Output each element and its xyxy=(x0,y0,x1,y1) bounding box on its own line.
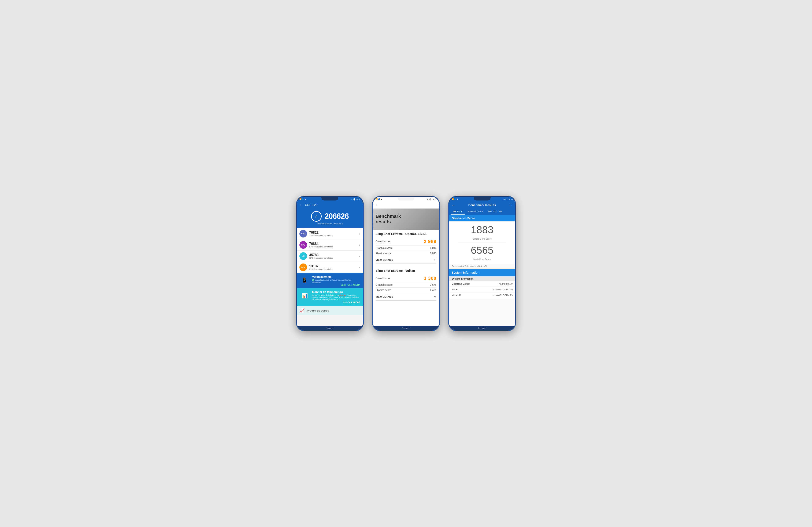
sysinfo-os-val: Android 8.1.0 xyxy=(499,282,512,285)
sysinfo-os-key: Operating System xyxy=(452,282,470,285)
status-bar-1: 📶 🔵 ★ 57% ▌ 11:18 xyxy=(297,197,363,201)
status-right-2: 81% ▌ 14:32 xyxy=(427,199,436,200)
multi-core-score: 6565 xyxy=(471,245,494,255)
ux-value: 45783 xyxy=(309,253,356,257)
graphics-vulkan-value: 3 675 xyxy=(430,283,436,286)
temp-link[interactable]: BUSCAR AHORA xyxy=(312,301,360,304)
single-core-score: 1883 xyxy=(471,225,494,235)
status-left-1: 📶 🔵 ★ xyxy=(300,199,306,200)
verify-icon: 📱 xyxy=(300,275,310,286)
multi-core-label: Multi-Core Score xyxy=(474,258,491,261)
view-details-vulkan-label: VIEW DETAILS xyxy=(376,295,393,298)
badge-mem: MEM xyxy=(300,263,307,271)
phone3-header: ← Benchmark Results ⋮ xyxy=(449,201,515,209)
score-circle: ✓ xyxy=(311,211,322,222)
phone1-title: COR-L29 xyxy=(305,203,317,207)
physics-opengl-value: 2 810 xyxy=(430,252,436,255)
metrics-list: CPU 70822 72% de usuarios derrotados ∨ G… xyxy=(297,228,363,326)
menu-button-3[interactable]: ⋮ xyxy=(509,203,512,207)
metric-ux[interactable]: UX 45783 69% de usuarios derrotados ∨ xyxy=(297,251,363,262)
gpu-chevron: ∨ xyxy=(359,244,360,246)
back-button-3[interactable]: ← xyxy=(452,203,455,207)
test-vulkan: Sling Shot Extreme - Vulkan Overall scor… xyxy=(373,266,439,303)
overall-vulkan-row: Overall score 3 300 xyxy=(376,275,436,282)
gpu-value: 76884 xyxy=(309,242,356,246)
sysinfo-modelid-key: Model ID xyxy=(452,294,461,296)
sysinfo-model-key: Model xyxy=(452,288,458,291)
sysinfo-subheader: System Information xyxy=(449,276,515,281)
share-icon-2[interactable]: ⤶ xyxy=(434,295,437,298)
stress-title: Prueba de estrés xyxy=(307,309,329,312)
overall-vulkan-label: Overall score xyxy=(376,277,391,280)
single-core-label: Single-Core Score xyxy=(473,237,492,240)
ux-chevron: ∨ xyxy=(359,254,360,258)
honor-brand-3: honor xyxy=(449,326,515,330)
phone2-header: ← xyxy=(373,201,439,208)
overall-opengl-row: Overall score 2 989 xyxy=(376,238,436,246)
metric-gpu[interactable]: GPU 76884 67% de usuarios derrotados ∨ xyxy=(297,239,363,251)
score-circle-row: ✓ 206626 xyxy=(311,211,349,222)
view-details-opengl-label: VIEW DETAILS xyxy=(376,259,393,261)
phone-3: 📶 🔵 ★ 79% ▌ 14:40 ← Benchmark Results ⋮ … xyxy=(448,196,516,331)
sysinfo-model: Model HUAWEI COR-L29 xyxy=(449,287,515,292)
gpu-info: 76884 67% de usuarios derrotados xyxy=(309,242,356,248)
tab-single-core[interactable]: SINGLE-CORE xyxy=(465,209,486,215)
overall-opengl-value: 2 989 xyxy=(424,239,436,244)
temp-title: Monitor de temperatura xyxy=(312,290,360,294)
notch-2 xyxy=(397,197,415,201)
geek-scores: 1883 Single-Core Score 6565 Multi-Core S… xyxy=(449,221,515,264)
back-button-2[interactable]: ← xyxy=(376,203,379,207)
view-details-opengl[interactable]: VIEW DETAILS ⤶ xyxy=(376,256,436,264)
graphics-opengl-value: 3 044 xyxy=(430,247,436,250)
cpu-info: 70822 72% de usuarios derrotados xyxy=(309,231,356,237)
verify-section[interactable]: 📱 Verificación del 15 especificaciones; … xyxy=(297,273,363,288)
notch-3 xyxy=(474,197,491,201)
temp-text: Monitor de temperatura La temperatura de… xyxy=(312,290,360,304)
overall-opengl-label: Overall score xyxy=(376,240,391,243)
score-sub: 73% de usuarios derrotados xyxy=(317,222,343,225)
physics-vulkan-row: Physics score 2 431 xyxy=(376,288,436,293)
view-details-vulkan[interactable]: VIEW DETAILS ⤶ xyxy=(376,293,436,301)
status-right-1: 57% ▌ 11:18 xyxy=(351,199,360,200)
metric-mem[interactable]: MEM 13137 81% de usuarios derrotados ∨ xyxy=(297,262,363,273)
mem-value: 13137 xyxy=(309,264,356,268)
sysinfo-modelid-val: HUAWEI COR-L29 xyxy=(493,294,512,296)
verify-link[interactable]: VERIFICAR AHORA xyxy=(312,284,360,286)
badge-gpu: GPU xyxy=(300,241,307,249)
temp-section[interactable]: 📊 Monitor de temperatura La temperatura … xyxy=(297,288,363,306)
bench-hero: Benchmarkresults xyxy=(373,208,439,230)
test-opengl-title: Sling Shot Extreme - OpenGL ES 3.1 xyxy=(376,232,436,236)
sysinfo-header: System Information xyxy=(449,269,515,276)
sysinfo-model-val: HUAWEI COR-L29 xyxy=(493,288,512,291)
status-left-3: 📶 🔵 ★ xyxy=(452,199,458,200)
temp-icon: 📊 xyxy=(300,290,310,301)
graphics-opengl-label: Graphics score xyxy=(376,247,393,250)
phone1-header: ← COR-L29 xyxy=(297,201,363,208)
back-button-1[interactable]: ← xyxy=(300,203,303,207)
status-right-3: 79% ▌ 14:40 xyxy=(503,199,512,200)
geek-scores-title: Geekbench Score xyxy=(449,215,515,221)
geek-version: Geekbench 4.3.0 for Android AArch64 xyxy=(449,264,515,269)
test-vulkan-title: Sling Shot Extreme - Vulkan xyxy=(376,269,436,273)
share-icon-1[interactable]: ⤶ xyxy=(434,258,437,262)
temp-val: 35,0 °C. xyxy=(339,294,346,296)
tab-multi-core[interactable]: MULTI-CORE xyxy=(486,209,505,215)
mem-pct: 81% de usuarios derrotados xyxy=(309,268,356,270)
stress-section[interactable]: 📈 Prueba de estrés xyxy=(297,306,363,315)
metric-cpu[interactable]: CPU 70822 72% de usuarios derrotados ∨ xyxy=(297,228,363,239)
mem-chevron: ∨ xyxy=(359,266,360,269)
phone-1: 📶 🔵 ★ 57% ▌ 11:18 ← COR-L29 ✓ 206626 73%… xyxy=(296,196,364,331)
verify-sub: 15 especificaciones; un toque para verif… xyxy=(312,279,360,283)
badge-cpu: CPU xyxy=(300,230,307,237)
mem-info: 13137 81% de usuarios derrotados xyxy=(309,264,356,270)
phone3-tabs: RESULT SINGLE-CORE MULTI-CORE xyxy=(449,209,515,215)
score-section: ✓ 206626 73% de usuarios derrotados xyxy=(297,208,363,228)
physics-vulkan-label: Physics score xyxy=(376,289,391,292)
tab-result[interactable]: RESULT xyxy=(451,209,465,215)
honor-brand-1: honor xyxy=(297,326,363,330)
temp-body: La temperatura de la batería es 35,0 °C.… xyxy=(312,294,360,301)
verify-title: Verificación del xyxy=(312,275,360,278)
phone3-title: Benchmark Results xyxy=(468,203,496,207)
ux-pct: 69% de usuarios derrotados xyxy=(309,257,356,259)
graphics-vulkan-label: Graphics score xyxy=(376,283,393,286)
